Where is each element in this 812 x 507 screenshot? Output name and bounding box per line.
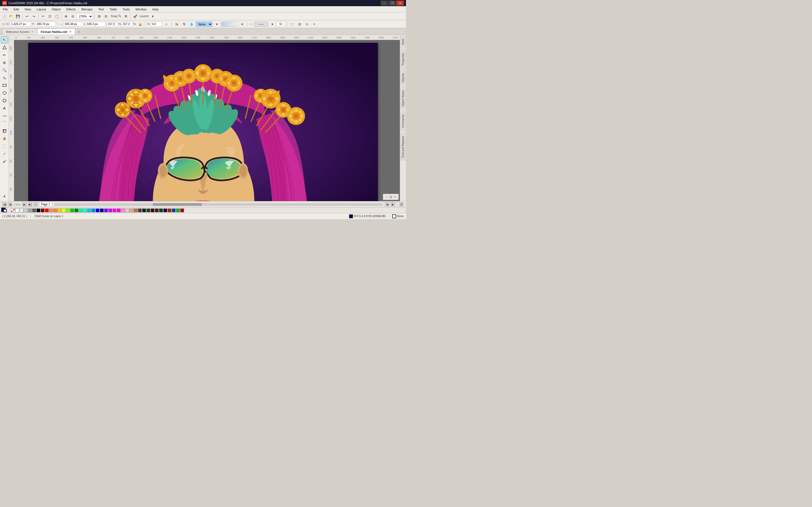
color-skin[interactable] bbox=[130, 209, 133, 212]
menu-bitmaps[interactable]: Bitmaps bbox=[79, 6, 96, 12]
align-btn[interactable]: ≡ bbox=[304, 21, 310, 27]
close-button[interactable]: ✕ bbox=[396, 1, 404, 6]
nudge-btn[interactable]: 💧 bbox=[188, 21, 195, 27]
no-color-swatch[interactable] bbox=[11, 209, 15, 212]
transparency-tool-btn[interactable] bbox=[1, 143, 8, 150]
zoom-out-btn[interactable]: ⊖ bbox=[70, 13, 76, 19]
flip-v-btn[interactable]: ⇅ bbox=[181, 21, 187, 27]
scale-x-input[interactable] bbox=[107, 22, 118, 27]
page-name[interactable]: Page 1 bbox=[39, 202, 52, 207]
color-brightyellow[interactable] bbox=[62, 209, 66, 212]
menu-object[interactable]: Object bbox=[49, 6, 63, 12]
color-lightred[interactable] bbox=[49, 209, 53, 212]
color-crimson[interactable] bbox=[180, 209, 184, 212]
menu-tools[interactable]: Tools bbox=[120, 6, 133, 12]
snap-to-btn[interactable]: ⊟ bbox=[103, 13, 109, 19]
zoom-in-btn[interactable]: ⊕ bbox=[63, 13, 69, 19]
menu-text[interactable]: Text bbox=[95, 6, 107, 12]
color-black[interactable] bbox=[36, 209, 40, 212]
text-tool-btn[interactable]: A bbox=[1, 105, 8, 112]
menu-effects[interactable]: Effects bbox=[63, 6, 79, 12]
new-btn[interactable]: ⬜ bbox=[1, 13, 7, 19]
more-btn[interactable]: + bbox=[311, 21, 317, 27]
menu-window[interactable]: Window bbox=[133, 6, 149, 12]
h-scrollbar-thumb[interactable] bbox=[153, 203, 202, 206]
w-input[interactable] bbox=[63, 22, 83, 27]
dimension-tool-btn[interactable]: ⟺ bbox=[1, 112, 8, 119]
color-darkred[interactable] bbox=[41, 209, 45, 212]
color-lime[interactable] bbox=[66, 209, 70, 212]
line-arrow[interactable]: ▾ bbox=[269, 21, 275, 27]
curve-tool-btn[interactable]: ∿ bbox=[1, 74, 8, 81]
flip-h-btn[interactable]: ⇆ bbox=[174, 21, 180, 27]
x-input[interactable] bbox=[10, 22, 31, 27]
color-peach[interactable] bbox=[125, 209, 129, 212]
stroke-color-box[interactable] bbox=[3, 209, 7, 212]
color-green[interactable] bbox=[70, 209, 74, 212]
scale-y-input[interactable] bbox=[121, 22, 133, 27]
welcome-tab-close[interactable]: ✕ bbox=[31, 30, 34, 33]
hints-panel-tab[interactable]: Hints bbox=[401, 36, 406, 48]
properties-panel-tab[interactable]: Properties bbox=[401, 50, 406, 68]
color-brown[interactable] bbox=[134, 209, 138, 212]
color-leafgreen[interactable] bbox=[176, 209, 180, 212]
snap-btn[interactable]: ⊞ bbox=[96, 13, 102, 19]
object-styles-panel-tab[interactable]: Object Styles bbox=[401, 88, 406, 109]
add-page-btn[interactable]: + bbox=[34, 202, 38, 207]
color-blue[interactable] bbox=[96, 209, 100, 212]
canvas-viewport[interactable]: − ⊡ + bbox=[14, 40, 400, 201]
options-btn[interactable]: ⚙ bbox=[123, 13, 129, 19]
color-cornblue[interactable] bbox=[91, 209, 95, 212]
blend-tool-btn[interactable]: + bbox=[1, 193, 8, 200]
comments-panel-tab[interactable]: Comments bbox=[401, 112, 406, 130]
color-darkcyan[interactable] bbox=[87, 209, 91, 212]
color-white[interactable] bbox=[15, 209, 19, 212]
scroll-left-btn[interactable]: ◀ bbox=[385, 202, 389, 207]
color-darkblue[interactable] bbox=[100, 209, 104, 212]
color-medgray[interactable] bbox=[28, 209, 32, 212]
color-teal[interactable] bbox=[159, 209, 163, 212]
eyedropper-tool-btn[interactable]: 💉 bbox=[1, 150, 8, 158]
paste-btn[interactable]: 📋 bbox=[54, 13, 60, 19]
menu-file[interactable]: File bbox=[0, 6, 11, 12]
menu-help[interactable]: Help bbox=[149, 6, 161, 12]
color-seafoam[interactable] bbox=[79, 209, 83, 212]
undo-btn[interactable]: ↩ bbox=[24, 13, 30, 19]
rectangle-tool-btn[interactable] bbox=[1, 82, 8, 89]
color-darkgray[interactable] bbox=[32, 209, 36, 212]
copy-btn[interactable]: ⊡ bbox=[47, 13, 53, 19]
h-scrollbar[interactable] bbox=[54, 203, 383, 206]
rotation-reset[interactable]: ○ bbox=[163, 21, 169, 27]
color-hotpink[interactable] bbox=[117, 209, 121, 212]
scroll-right-btn[interactable]: ▶ bbox=[391, 202, 395, 207]
redo-btn[interactable]: ↪ bbox=[31, 13, 37, 19]
open-btn[interactable]: 📂 bbox=[8, 13, 14, 19]
color-magenta[interactable] bbox=[112, 209, 116, 212]
last-page-btn[interactable]: ▶| bbox=[28, 202, 33, 207]
color-brick[interactable] bbox=[167, 209, 171, 212]
menu-layout[interactable]: Layout bbox=[34, 6, 49, 12]
firman-tab-close[interactable]: ✕ bbox=[69, 30, 71, 33]
ellipse-tool-btn[interactable] bbox=[1, 89, 8, 97]
color-lightgray[interactable] bbox=[19, 209, 23, 212]
menu-edit[interactable]: Edit bbox=[11, 6, 22, 12]
rotation-input[interactable] bbox=[151, 22, 162, 27]
save-btn[interactable]: 💾 bbox=[15, 13, 21, 19]
connector-tool-btn[interactable]: ⌒ bbox=[1, 120, 8, 127]
zoom-page-btn[interactable]: ⊡ bbox=[399, 202, 404, 207]
color-violet[interactable] bbox=[104, 209, 108, 212]
color-darkpurple[interactable] bbox=[163, 209, 167, 212]
color-royalblue[interactable] bbox=[172, 209, 175, 212]
welcome-screen-tab[interactable]: Welcome Screen ✕ bbox=[2, 29, 37, 35]
launch-dropdown[interactable]: ▾ bbox=[150, 13, 156, 19]
y-input[interactable] bbox=[35, 22, 56, 27]
add-tab-button[interactable]: + bbox=[76, 29, 82, 35]
zoom-tool-btn[interactable]: 🔍 bbox=[1, 66, 8, 74]
color-darkbrown2[interactable] bbox=[155, 209, 159, 212]
minimize-button[interactable]: − bbox=[380, 1, 388, 6]
launch-btn[interactable]: 🚀 bbox=[132, 13, 139, 19]
zoom-out-small[interactable]: − bbox=[384, 194, 389, 199]
select-tool-btn[interactable]: ↖ bbox=[1, 36, 8, 43]
color-orange[interactable] bbox=[53, 209, 57, 212]
menu-table[interactable]: Table bbox=[107, 6, 120, 12]
